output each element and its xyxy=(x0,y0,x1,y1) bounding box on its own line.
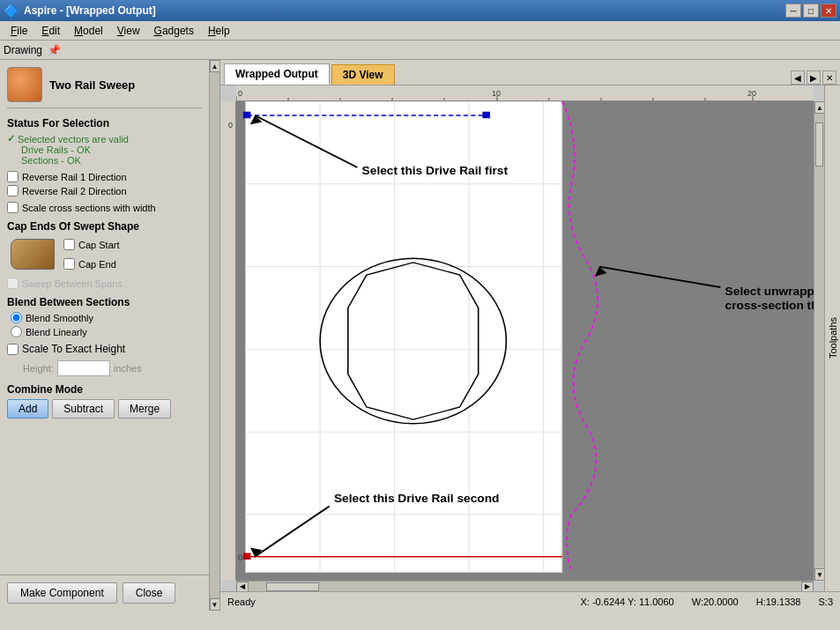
svg-line-37 xyxy=(599,267,720,287)
title-controls: ─ □ ✕ xyxy=(785,4,836,18)
scale-height-label: Scale To Exact Height xyxy=(22,343,125,355)
status-bar: Ready X: -0.6244 Y: 11.0060 W:20.0000 H:… xyxy=(220,591,840,611)
tab-nav-right[interactable]: ▶ xyxy=(807,70,821,85)
reverse-rail2-checkbox[interactable] xyxy=(7,185,19,196)
svg-text:10: 10 xyxy=(492,89,501,98)
scroll-down-arrow[interactable]: ▼ xyxy=(210,598,220,611)
toolpaths-label: Toolpaths xyxy=(828,317,838,359)
h-scroll-track[interactable] xyxy=(249,582,801,592)
panel-content: Two Rail Sweep Status For Selection ✓ Se… xyxy=(0,60,209,574)
blend-smoothly-row: Blend Smoothly xyxy=(11,312,202,323)
blend-smoothly-radio[interactable] xyxy=(11,312,22,323)
combine-section: Combine Mode Add Subtract Merge xyxy=(7,383,202,419)
h-scroll-right[interactable]: ▶ xyxy=(801,582,814,592)
check-icon: ✓ xyxy=(7,133,15,145)
merge-button[interactable]: Merge xyxy=(118,399,171,419)
menu-help[interactable]: Help xyxy=(201,23,237,39)
height-unit: inches xyxy=(114,363,142,374)
blend-linearly-radio[interactable] xyxy=(11,326,22,337)
height-input-row: Height: inches xyxy=(23,360,202,376)
svg-text:Select this Drive Rail second: Select this Drive Rail second xyxy=(334,493,500,505)
cap-start-checkbox[interactable] xyxy=(63,239,75,250)
sweep-row: Sweep Between Spans xyxy=(7,278,202,289)
scroll-up-arrow[interactable]: ▲ xyxy=(210,60,220,72)
scale-height-row: Scale To Exact Height xyxy=(7,343,202,355)
v-scroll-thumb[interactable] xyxy=(815,122,823,167)
bottom-buttons: Make Component Close xyxy=(0,574,209,611)
drive-rails-status: Drive Rails - OK xyxy=(21,145,202,155)
menu-model[interactable]: Model xyxy=(67,23,110,39)
app-icon: 🔷 xyxy=(4,4,19,18)
combine-buttons: Add Subtract Merge xyxy=(7,399,202,419)
cap-checks: Cap Start Cap End xyxy=(63,236,119,272)
close-window-button[interactable]: ✕ xyxy=(821,4,836,18)
subtract-button[interactable]: Subtract xyxy=(52,399,115,419)
tool-header: Two Rail Sweep xyxy=(7,67,202,108)
svg-text:20: 20 xyxy=(747,89,756,98)
maximize-button[interactable]: □ xyxy=(803,4,819,18)
tab-nav: ◀ ▶ ✕ xyxy=(791,70,836,85)
tool-icon xyxy=(7,67,42,102)
scale-cross-checkbox[interactable] xyxy=(7,202,19,213)
tab-wrapped-output[interactable]: Wrapped Output xyxy=(224,63,330,85)
v-scroll-down[interactable]: ▼ xyxy=(814,568,824,581)
scale-cross-row: Scale cross sections with width xyxy=(7,202,202,213)
scale-display: S:3 xyxy=(818,597,833,607)
reverse-rail1-label: Reverse Rail 1 Direction xyxy=(22,172,127,182)
toolbar: Drawing 📌 xyxy=(0,41,840,60)
main-container: Two Rail Sweep Status For Selection ✓ Se… xyxy=(0,60,840,611)
svg-text:cross-section third: cross-section third xyxy=(725,300,814,312)
tool-title: Two Rail Sweep xyxy=(49,78,135,92)
scroll-track[interactable] xyxy=(210,72,220,598)
toolbar-pin[interactable]: 📌 xyxy=(48,44,61,56)
svg-text:Select this Drive Rail first: Select this Drive Rail first xyxy=(362,164,509,176)
status-area: ✓ Selected vectors are valid Drive Rails… xyxy=(7,133,202,166)
add-button[interactable]: Add xyxy=(7,399,48,419)
cap-end-checkbox[interactable] xyxy=(63,258,75,270)
combine-mode-label: Combine Mode xyxy=(7,383,202,396)
reverse-rail2-row: Reverse Rail 2 Direction xyxy=(7,185,202,196)
blend-section: Blend Between Sections Blend Smoothly Bl… xyxy=(7,296,202,337)
sweep-between-checkbox[interactable] xyxy=(7,278,19,289)
scale-cross-label: Scale cross sections with width xyxy=(22,203,156,213)
menu-bar: File Edit Model View Gadgets Help xyxy=(0,21,840,41)
blend-smoothly-label: Blend Smoothly xyxy=(26,313,93,323)
blend-options: Blend Smoothly Blend Linearly xyxy=(11,312,202,337)
close-button[interactable]: Close xyxy=(123,582,176,604)
blend-between-label: Blend Between Sections xyxy=(7,296,202,308)
tab-nav-left[interactable]: ◀ xyxy=(791,70,805,85)
cap-start-label: Cap Start xyxy=(78,240,119,250)
h-scroll-thumb[interactable] xyxy=(266,582,319,591)
svg-text:0: 0 xyxy=(228,121,233,130)
make-component-button[interactable]: Make Component xyxy=(7,582,117,604)
reverse-rail1-checkbox[interactable] xyxy=(7,171,19,182)
reverse-rail1-row: Reverse Rail 1 Direction xyxy=(7,171,202,182)
reverse-rail2-label: Reverse Rail 2 Direction xyxy=(22,186,127,196)
menu-edit[interactable]: Edit xyxy=(34,23,67,39)
canvas-area[interactable]: 0 10 20 xyxy=(220,85,824,591)
menu-gadgets[interactable]: Gadgets xyxy=(147,23,201,39)
menu-view[interactable]: View xyxy=(110,23,147,39)
toolpaths-panel[interactable]: Toolpaths xyxy=(824,85,840,591)
sections-status: Sections - OK xyxy=(21,155,202,166)
window-title: Aspire - [Wrapped Output] xyxy=(24,4,156,17)
canvas-viewport[interactable]: Select this Drive Rail first Select unwr… xyxy=(236,101,814,581)
height-display: H:19.1338 xyxy=(756,597,801,607)
left-scrollbar: ▲ ▼ xyxy=(209,60,219,611)
right-area: Wrapped Output 3D View ◀ ▶ ✕ 0 10 xyxy=(220,60,840,611)
tab-nav-close[interactable]: ✕ xyxy=(822,70,836,85)
menu-file[interactable]: File xyxy=(4,23,34,39)
height-input[interactable] xyxy=(57,360,110,376)
tab-bar: Wrapped Output 3D View ◀ ▶ ✕ xyxy=(220,60,840,85)
v-scroll-up[interactable]: ▲ xyxy=(814,101,824,114)
cap-end-label: Cap End xyxy=(78,259,116,270)
shape-preview xyxy=(11,239,55,270)
v-scroll-track[interactable] xyxy=(814,114,824,568)
svg-text:0-: 0- xyxy=(238,553,245,561)
tab-3d-view[interactable]: 3D View xyxy=(331,64,395,85)
ready-label: Ready xyxy=(227,597,256,607)
h-scroll-left[interactable]: ◀ xyxy=(236,582,249,592)
ruler-left: 0 xyxy=(220,101,236,581)
minimize-button[interactable]: ─ xyxy=(785,4,801,18)
scale-height-checkbox[interactable] xyxy=(7,344,19,355)
